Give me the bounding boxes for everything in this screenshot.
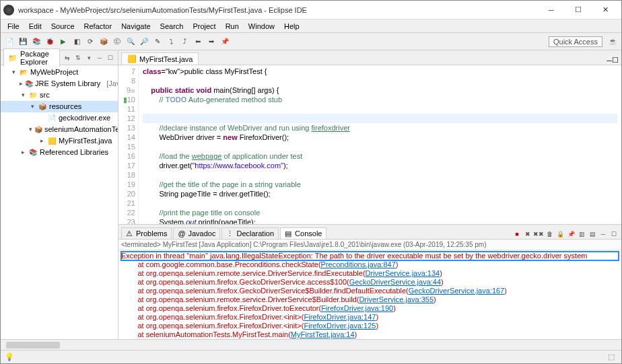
java-file-icon: 🟨 [47,137,57,146]
menu-file[interactable]: File [3,22,24,31]
console-icon: ▤ [285,229,293,238]
back-icon[interactable]: ⬅ [192,36,204,48]
new-class-icon[interactable]: Ⓒ [111,36,123,48]
forward-icon[interactable]: ➡ [205,36,217,48]
menu-refactor[interactable]: Refactor [80,22,116,31]
editor-body[interactable]: 789⊖▮10111213141516171819202122232425262… [118,65,621,224]
library-icon: 📚 [28,148,38,157]
tab-problems[interactable]: ⚠Problems [121,227,172,239]
remove-launch-icon[interactable]: ✖ [523,229,532,239]
tab-declaration[interactable]: ⋮Declaration [221,227,279,239]
open-console-icon[interactable]: ▤ [588,229,597,239]
display-selected-icon[interactable]: ▥ [577,229,586,239]
tree-src[interactable]: ▾📁src [1,89,118,101]
terminate-icon[interactable]: ■ [512,229,522,239]
tree-testpkg[interactable]: ▾📦seleniumAutomationTests [1,124,118,135]
source-folder-icon: 📁 [28,91,38,100]
console-output[interactable]: Exception in thread "main" java.lang.Ill… [118,250,621,339]
quick-access[interactable]: Quick Access [549,36,602,47]
save-icon[interactable]: 💾 [17,36,29,48]
status-tip-icon: 💡 [5,353,14,362]
next-annotation-icon[interactable]: ⤵ [165,36,177,48]
console-max-icon[interactable]: ☐ [609,229,619,239]
menu-window[interactable]: Window [244,22,279,31]
console-stack-line[interactable]: at org.openqa.selenium.remote.service.Dr… [121,295,619,304]
package-explorer-tab[interactable]: 📁 Package Explorer [3,48,60,67]
new-icon[interactable]: 📄 [3,36,15,48]
toggle-mark-icon[interactable]: ✎ [151,36,164,48]
remove-all-icon[interactable]: ✖✖ [534,229,543,239]
menu-project[interactable]: Project [188,22,219,31]
package-folder-icon: 📦 [38,102,47,112]
maximize-view-icon[interactable]: ☐ [106,53,115,63]
menu-source[interactable]: Source [47,22,79,31]
tree-project[interactable]: ▾📂MyWebProject [1,67,118,78]
menu-navigate[interactable]: Navigate [117,22,154,31]
statusbar: 💡 ⬚ [1,350,621,363]
menu-help[interactable]: Help [280,22,304,31]
console-stack-line[interactable]: at seleniumAutomationTests.MyFirstTest.m… [121,330,619,339]
menu-search[interactable]: Search [156,22,188,31]
minimize-view-icon[interactable]: ─ [95,53,104,63]
console-stack-line[interactable]: at org.openqa.selenium.firefox.FirefoxDr… [121,313,619,322]
tree-resources[interactable]: ▾📦resources [1,101,118,112]
tree-jre[interactable]: ▸📚JRE System Library [JavaSE-1.8] [1,78,118,89]
bottom-tabs: ⚠Problems @Javadoc ⋮Declaration ▤Console… [118,225,621,240]
tree-reflib[interactable]: ▸📚Referenced Libraries [1,147,118,158]
console-exception-line: Exception in thread "main" java.lang.Ill… [121,252,619,260]
minimize-button[interactable]: ─ [538,1,565,20]
tree-geckodriver[interactable]: 📄geckodriver.exe [1,112,118,124]
open-type-icon[interactable]: 🔍 [125,36,137,48]
console-stack-line[interactable]: at org.openqa.selenium.firefox.FirefoxDr… [121,304,619,313]
console-stack-line[interactable]: at org.openqa.selenium.remote.service.Dr… [121,269,619,278]
menu-run[interactable]: Run [221,22,243,31]
console-stack-line[interactable]: at org.openqa.selenium.firefox.FirefoxDr… [121,322,619,330]
clear-console-icon[interactable]: 🗑 [545,229,554,239]
collapse-all-icon[interactable]: ⇆ [63,53,72,63]
pin-icon[interactable]: 📌 [219,36,231,48]
editor-tabs: 🟨 MyFirstTest.java ─ ☐ [118,50,621,65]
file-icon: 📄 [47,114,57,123]
console-stack-line[interactable]: at org.openqa.selenium.firefox.GeckoDriv… [121,287,619,295]
close-button[interactable]: ✕ [592,1,619,20]
code-area[interactable]: class="kw">public class MyFirstTest { pu… [139,65,621,224]
save-all-icon[interactable]: 📚 [30,36,42,48]
package-icon: 📁 [8,54,18,63]
java-file-icon: 🟨 [127,54,137,63]
tree-testfile[interactable]: ▸🟨MyFirstTest.java [1,135,118,147]
console-stack-line[interactable]: at org.openqa.selenium.firefox.GeckoDriv… [121,278,619,287]
status-progress-icon: ⬚ [608,353,617,362]
run-last-icon[interactable]: ⟳ [84,36,96,48]
editor-tab-label: MyFirstTest.java [139,55,193,63]
library-icon: 📚 [25,79,33,89]
coverage-icon[interactable]: ◧ [71,36,83,48]
bottom-view: ⚠Problems @Javadoc ⋮Declaration ▤Console… [118,225,621,339]
view-menu-icon[interactable]: ▾ [84,53,94,63]
editor-min-icon[interactable]: ─ [607,57,612,65]
perspective-java-icon[interactable]: ☕ [607,36,619,48]
console-min-icon[interactable]: ─ [598,229,608,239]
window-controls: ─ ☐ ✕ [538,1,619,20]
link-editor-icon[interactable]: ⇅ [73,53,83,63]
menu-edit[interactable]: Edit [25,22,46,31]
pin-console-icon[interactable]: 📌 [566,229,576,239]
workbench: 📁 Package Explorer ⇆ ⇅ ▾ ─ ☐ ▾📂MyWebProj… [1,50,621,339]
package-explorer-header: 📁 Package Explorer ⇆ ⇅ ▾ ─ ☐ [1,50,118,65]
tab-javadoc[interactable]: @Javadoc [173,227,220,239]
scroll-lock-icon[interactable]: 🔒 [555,229,565,239]
new-package-icon[interactable]: 📦 [98,36,110,48]
editor-tab-myfirsttest[interactable]: 🟨 MyFirstTest.java [121,52,199,65]
horizontal-scrollbar[interactable] [1,339,621,350]
console-stack-line[interactable]: at com.google.common.base.Preconditions.… [121,260,619,269]
maximize-button[interactable]: ☐ [565,1,592,20]
console-launch-header: <terminated> MyFirstTest [Java Applicati… [118,240,621,250]
editor-max-icon[interactable]: ☐ [612,56,619,65]
tab-console[interactable]: ▤Console [280,227,326,239]
project-tree[interactable]: ▾📂MyWebProject ▸📚JRE System Library [Jav… [1,65,118,339]
debug-icon[interactable]: 🐞 [44,36,56,48]
prev-annotation-icon[interactable]: ⤴ [178,36,191,48]
run-icon[interactable]: ▶ [57,36,69,48]
search-icon[interactable]: 🔎 [138,36,150,48]
toolbar: 📄 💾 📚 🐞 ▶ ◧ ⟳ 📦 Ⓒ 🔍 🔎 ✎ ⤵ ⤴ ⬅ ➡ 📌 Quick … [1,33,621,50]
project-icon: 📂 [19,68,28,77]
